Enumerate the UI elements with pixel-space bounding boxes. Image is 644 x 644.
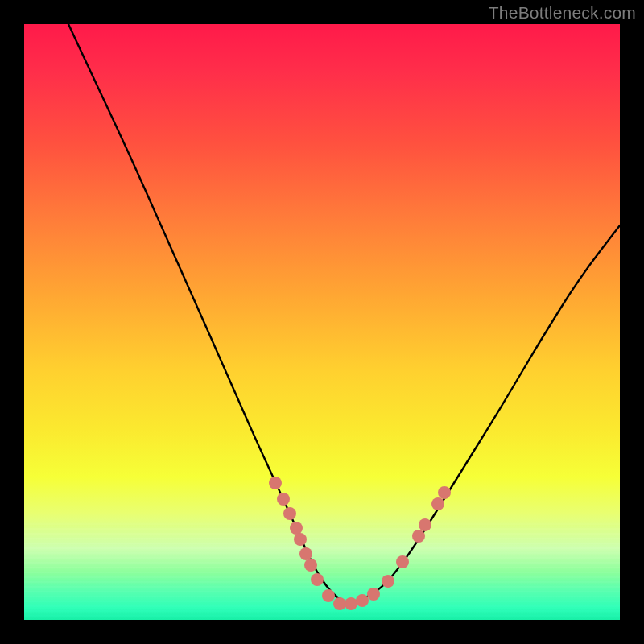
curve-marker [382,575,394,588]
chart-frame: TheBottleneck.com [0,0,644,644]
curve-marker [269,477,282,489]
watermark-text: TheBottleneck.com [489,3,636,23]
marker-group [269,477,451,610]
curve-marker [356,594,369,607]
curve-marker [283,507,296,520]
curve-marker [396,555,409,568]
bottleneck-curve [68,24,620,602]
curve-marker [304,559,317,572]
curve-marker [345,597,357,610]
curve-marker [290,522,303,535]
curve-marker [419,518,431,531]
curve-marker [294,533,307,546]
curve-marker [277,493,290,506]
curve-marker [322,589,335,602]
plot-area [24,24,620,620]
curve-marker [438,486,451,499]
curve-marker [412,530,425,543]
curve-marker [431,497,444,510]
curve-layer [24,24,620,620]
curve-marker [367,588,380,601]
curve-marker [299,547,312,560]
curve-marker [311,573,324,586]
curve-marker [333,597,346,610]
